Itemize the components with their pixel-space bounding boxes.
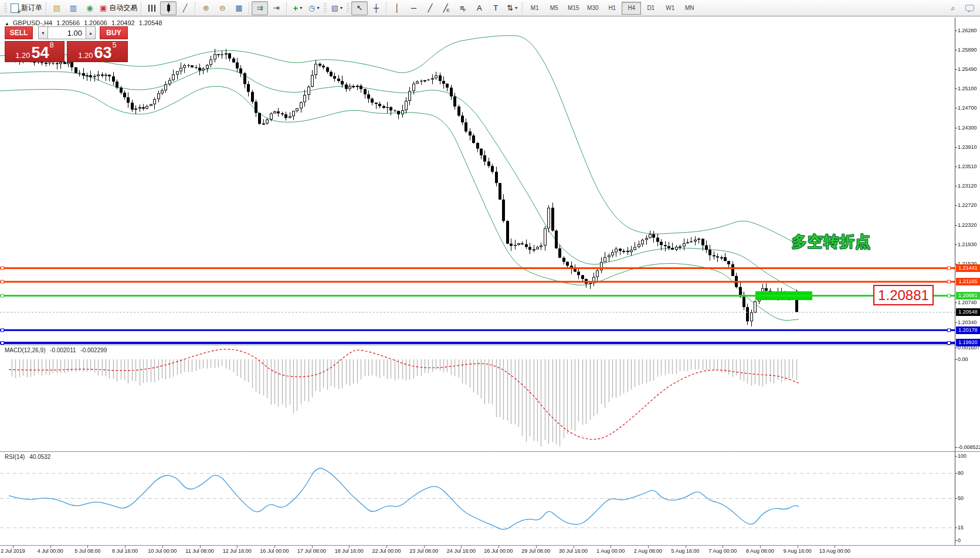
indicators-button[interactable]: +▾ <box>289 1 306 15</box>
price-level-box[interactable]: 1.20881 <box>873 285 934 305</box>
sell-button[interactable]: SELL <box>5 26 33 39</box>
autotrading-button-label: 自动交易 <box>109 3 137 13</box>
search-button[interactable]: ⌕ <box>945 1 961 15</box>
chart-shift-button[interactable]: ⇥ <box>268 1 284 15</box>
time-axis-label: 11 Jul 08:00 <box>185 548 213 554</box>
templates-button[interactable]: ▧▾ <box>328 1 345 15</box>
timeframe-d1[interactable]: D1 <box>641 2 660 15</box>
arrows-button[interactable]: ⇅▾ <box>504 1 520 15</box>
profiles-icon: ▥ <box>70 4 77 12</box>
timeframe-h4[interactable]: H4 <box>622 2 641 15</box>
autotrading-button[interactable]: ▣自动交易 <box>98 1 139 15</box>
mt4-window: 新订单▤▥◉▣自动交易╱⊕⊖▦⇉⇥+▾◷▾▧▾↖┼│─╱╱E≡FAT⇅▾M1M5… <box>0 0 980 558</box>
timeframe-m1[interactable]: M1 <box>525 2 544 15</box>
time-axis-label: 8 Jul 16:00 <box>112 548 138 554</box>
time-axis-label: 5 Aug 16:00 <box>672 548 700 554</box>
tile-windows-icon: ▦ <box>235 4 242 12</box>
current-price-badge: 1.20548 <box>956 308 980 316</box>
timeframe-mn[interactable]: MN <box>680 2 699 15</box>
profiles-button[interactable]: ▥ <box>65 1 82 15</box>
level-price-badge: 1.20881 <box>956 292 980 300</box>
buy-price-small: 1.20 <box>78 51 93 60</box>
bar-chart-icon <box>148 5 155 12</box>
new-order-button[interactable]: 新订单 <box>9 1 44 15</box>
cursor-button[interactable]: ↖ <box>351 1 368 15</box>
chat-button[interactable] <box>961 1 978 15</box>
candlestick-icon <box>167 5 170 11</box>
time-axis-label: 30 Jul 16:00 <box>559 548 588 554</box>
rsi-axis-label: 15 <box>958 525 980 530</box>
macd-axis-label: -0.008522 <box>958 444 980 450</box>
new-order-icon <box>11 4 19 13</box>
chart-canvas[interactable] <box>0 18 980 558</box>
tile-windows-button[interactable]: ▦ <box>230 1 247 15</box>
buy-price-sup: 5 <box>113 38 117 53</box>
market-watch-icon: ◉ <box>86 4 93 12</box>
line-chart-icon: ╱ <box>182 4 187 12</box>
timeframe-m15[interactable]: M15 <box>564 2 583 15</box>
price-axis-label: 1.24300 <box>958 125 980 131</box>
time-axis-label: 17 Jul 08:00 <box>297 548 326 554</box>
price-axis-label: 1.22320 <box>958 222 980 228</box>
price-axis-label: 1.22720 <box>958 202 980 208</box>
volume-increase-button[interactable]: ▲ <box>86 26 96 39</box>
chevron-down-icon: ▾ <box>300 5 302 11</box>
equidistant-channel-button[interactable]: ╱E <box>438 1 455 15</box>
new-chart-button[interactable]: ▤ <box>49 1 65 15</box>
trendline-button[interactable]: ╱ <box>422 1 438 15</box>
ohlc-close: 1.20548 <box>139 19 162 26</box>
periods-icon: ◷ <box>308 4 315 12</box>
price-axis-label: 1.25890 <box>958 47 980 53</box>
fibonacci-button[interactable]: ≡F <box>455 1 471 15</box>
horizontal-line-button[interactable]: ─ <box>405 1 422 15</box>
collapse-panel-icon[interactable]: ▲ <box>5 21 9 26</box>
price-axis-label: 1.25490 <box>958 66 980 72</box>
zoom-out-button[interactable]: ⊖ <box>214 1 230 15</box>
price-axis-label: 1.20340 <box>958 319 980 325</box>
toolbar-separator <box>249 2 250 15</box>
symbol-label: GBPUSD-,H4 <box>13 19 52 26</box>
macd-indicator-label: MACD(12,26,9) -0.002011 -0.002299 <box>5 347 110 353</box>
text-label-button[interactable]: T <box>487 1 504 15</box>
time-axis-label: 8 Aug 08:00 <box>746 548 774 554</box>
time-axis-label: 9 Aug 16:00 <box>784 548 812 554</box>
vertical-line-button[interactable]: │ <box>389 1 405 15</box>
text-button[interactable]: A <box>471 1 487 15</box>
zoom-in-button[interactable]: ⊕ <box>198 1 214 15</box>
buy-price-button[interactable]: 1.20 63 5 <box>67 41 128 62</box>
line-chart-button[interactable]: ╱ <box>177 1 193 15</box>
trendline-icon: ╱ <box>428 4 432 12</box>
time-axis-label: 16 Jul 00:00 <box>260 548 289 554</box>
trade-panel-price-row: 1.20 54 8 1.20 63 5 <box>5 41 128 62</box>
timeframe-h1[interactable]: H1 <box>602 2 622 15</box>
market-watch-button[interactable]: ◉ <box>82 1 98 15</box>
timeframe-w1[interactable]: W1 <box>660 2 680 15</box>
chart-text-annotation[interactable]: 多空转折点 <box>792 232 871 252</box>
candlestick-button[interactable] <box>160 1 177 15</box>
crosshair-button[interactable]: ┼ <box>368 1 384 15</box>
level-price-badge: 1.20178 <box>956 326 980 334</box>
toolbar-grip <box>324 3 327 13</box>
level-price-badge: 1.19920 <box>956 339 980 346</box>
time-axis-label: 2 Jul 2019 <box>1 548 25 554</box>
sell-price-button[interactable]: 1.20 54 8 <box>5 41 65 62</box>
rsi-axis-label: 100 <box>958 453 980 459</box>
toolbar-separator <box>522 2 523 15</box>
rsi-value: 40.0532 <box>29 454 50 460</box>
time-axis-label: 22 Jul 00:00 <box>372 548 401 554</box>
macd-signal-value: -0.002299 <box>80 347 107 353</box>
toolbar-separator <box>46 2 47 15</box>
timeframe-m5[interactable]: M5 <box>544 2 564 15</box>
timeframe-m30[interactable]: M30 <box>583 2 602 15</box>
crosshair-icon: ┼ <box>374 4 379 12</box>
auto-scroll-button[interactable]: ⇉ <box>252 1 268 15</box>
time-axis-label: 18 Jul 16:00 <box>335 548 364 554</box>
chart-symbol-title: ▲ GBPUSD-,H4 1.20566 1.20606 1.20492 1.2… <box>5 19 165 26</box>
toolbar-grip <box>347 3 350 13</box>
periods-button[interactable]: ◷▾ <box>306 1 322 15</box>
volume-decrease-button[interactable]: ▼ <box>38 26 48 39</box>
bar-chart-button[interactable] <box>144 1 160 15</box>
chat-icon <box>965 5 974 11</box>
price-axis-label: 1.25100 <box>958 86 980 91</box>
vline-icon: │ <box>395 4 399 12</box>
